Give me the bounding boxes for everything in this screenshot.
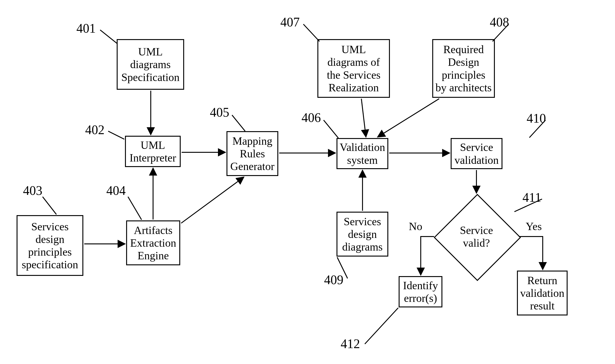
edge-408-to-406 [378,99,439,137]
svg-line-1 [108,131,124,139]
svg-line-4 [232,115,245,131]
node-validation-system: Validation system [337,138,388,169]
ref-409: 409 [324,273,343,286]
svg-line-2 [43,197,56,214]
ref-404: 404 [106,184,126,197]
svg-line-5 [324,120,338,138]
node-service-validation: Service validation [451,138,502,169]
ref-402: 402 [85,123,105,136]
svg-line-6 [303,24,319,41]
edge-407-to-406 [361,99,366,137]
node-services-design-diagrams: Services design diagrams [337,212,388,257]
decision-no-label: No [409,221,422,232]
ref-410: 410 [527,112,546,125]
ref-407: 407 [280,16,300,28]
ref-406: 406 [301,111,321,124]
node-uml-diagrams-services-realization: UML diagrams of the Services Realization [317,39,390,98]
node-services-design-principles-spec: Services design principles specification [17,215,83,276]
ref-408: 408 [490,16,509,28]
ref-412: 412 [341,337,360,350]
node-mapping-rules-generator: Mapping Rules Generator [226,131,278,176]
node-uml-diagrams-spec: UML diagrams Specification [117,39,184,90]
ref-403: 403 [23,184,42,197]
svg-line-3 [128,197,142,220]
node-identify-errors: Identify error(s) [399,276,442,307]
ref-401: 401 [76,22,96,35]
edge-411-no-to-412 [421,236,434,275]
flowchart-canvas: 401 402 403 404 405 406 407 408 409 410 … [0,0,615,364]
node-required-design-principles: Required Design principles by architects [432,39,495,98]
svg-line-11 [365,308,398,344]
decision-yes-label: Yes [526,221,542,232]
node-return-validation-result: Return validation result [517,271,568,315]
ref-411: 411 [523,191,541,204]
edge-411-yes-to-413 [519,236,543,270]
svg-line-0 [100,30,118,44]
node-uml-interpreter: UML Interpreter [125,136,181,167]
node-artifacts-extraction-engine: Artifacts Extraction Engine [126,221,180,265]
edge-404-to-405 [181,177,244,223]
ref-405: 405 [210,106,229,119]
